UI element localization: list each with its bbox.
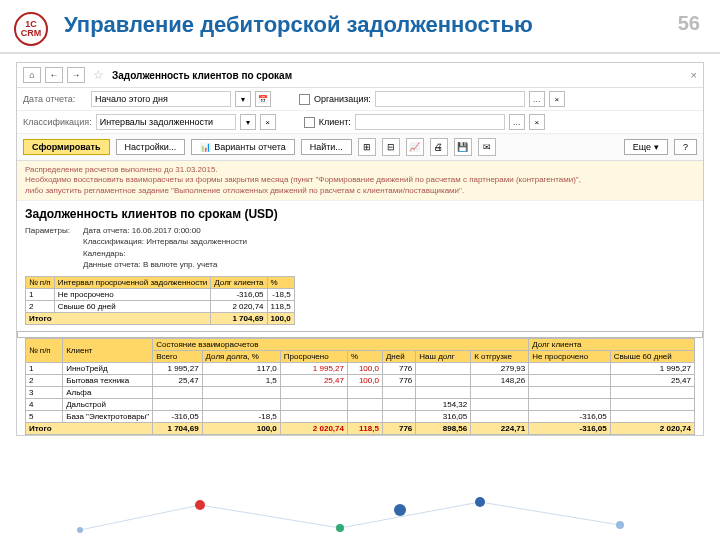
svg-point-5: [336, 524, 344, 532]
org-select[interactable]: …: [529, 91, 545, 107]
class-label: Классификация:: [23, 117, 92, 127]
client-checkbox[interactable]: [304, 117, 315, 128]
generate-button[interactable]: Сформировать: [23, 139, 110, 155]
svg-line-1: [200, 505, 340, 528]
org-input[interactable]: [375, 91, 525, 107]
table-row: 2Бытовая техника25,471,525,47100,0776148…: [26, 374, 695, 386]
report-params: Параметры:Дата отчета: 16.06.2017 0:00:0…: [17, 223, 703, 276]
svg-line-0: [80, 505, 200, 530]
expand-icon[interactable]: ⊞: [358, 138, 376, 156]
class-dropdown[interactable]: ▾: [240, 114, 256, 130]
date-label: Дата отчета:: [23, 94, 87, 104]
svg-point-7: [475, 497, 485, 507]
client-input[interactable]: [355, 114, 505, 130]
svg-point-8: [616, 521, 624, 529]
client-label: Клиент:: [319, 117, 351, 127]
svg-point-4: [195, 500, 205, 510]
variants-button[interactable]: 📊 Варианты отчета: [191, 139, 294, 155]
collapse-icon[interactable]: ⊟: [382, 138, 400, 156]
tab-title: Задолженность клиентов по срокам: [112, 70, 292, 81]
more-button[interactable]: Еще ▾: [624, 139, 668, 155]
help-button[interactable]: ?: [674, 139, 697, 155]
close-icon[interactable]: ×: [691, 69, 697, 81]
svg-line-3: [480, 502, 620, 525]
table-row: 3Альфа: [26, 386, 695, 398]
print-icon[interactable]: 🖨: [430, 138, 448, 156]
warning-panel: Распределение расчетов выполнено до 31.0…: [17, 161, 703, 201]
mail-icon[interactable]: ✉: [478, 138, 496, 156]
app-window: ⌂ ← → ☆ Задолженность клиентов по срокам…: [16, 62, 704, 436]
org-checkbox[interactable]: [299, 94, 310, 105]
class-input[interactable]: Интервалы задолженности: [96, 114, 236, 130]
svg-point-9: [77, 527, 83, 533]
summary-table: № п/п Интервал просроченной задолженност…: [25, 276, 295, 325]
nav-toolbar: ⌂ ← → ☆ Задолженность клиентов по срокам…: [17, 63, 703, 88]
report-title: Задолженность клиентов по срокам (USD): [17, 201, 703, 223]
total-row: Итого1 704,69100,0: [26, 312, 295, 324]
slide-title: Управление дебиторской задолженностью: [64, 12, 678, 37]
org-clear[interactable]: ×: [549, 91, 565, 107]
decorative-network: [0, 490, 720, 540]
detail-table: № п/п Клиент Состояние взаиморасчетов До…: [25, 338, 695, 435]
table-row: 4Дальстрой154,32: [26, 398, 695, 410]
class-clear[interactable]: ×: [260, 114, 276, 130]
org-label: Организация:: [314, 94, 371, 104]
settings-button[interactable]: Настройки...: [116, 139, 186, 155]
svg-line-2: [340, 502, 480, 528]
chart-icon[interactable]: 📈: [406, 138, 424, 156]
client-select[interactable]: …: [509, 114, 525, 130]
logo: 1C CRM: [14, 12, 48, 46]
table-row: 2Свыше 60 дней2 020,74118,5: [26, 300, 295, 312]
find-button[interactable]: Найти...: [301, 139, 352, 155]
table-row: 5База "Электротовары"-316,05-18,5316,05-…: [26, 410, 695, 422]
page-number: 56: [678, 12, 700, 35]
home-button[interactable]: ⌂: [23, 67, 41, 83]
table-row: 1ИнноТрейд1 995,27117,01 995,27100,07762…: [26, 362, 695, 374]
total-row: Итого1 704,69100,02 020,74118,5776898,56…: [26, 422, 695, 434]
table-row: 1Не просрочено-316,05-18,5: [26, 288, 295, 300]
save-icon[interactable]: 💾: [454, 138, 472, 156]
forward-button[interactable]: →: [67, 67, 85, 83]
favorite-icon[interactable]: ☆: [93, 68, 104, 82]
svg-point-6: [394, 504, 406, 516]
back-button[interactable]: ←: [45, 67, 63, 83]
date-input[interactable]: Начало этого дня: [91, 91, 231, 107]
date-dropdown[interactable]: ▾: [235, 91, 251, 107]
date-picker-icon[interactable]: 📅: [255, 91, 271, 107]
client-clear[interactable]: ×: [529, 114, 545, 130]
variants-icon: 📊: [200, 142, 211, 152]
